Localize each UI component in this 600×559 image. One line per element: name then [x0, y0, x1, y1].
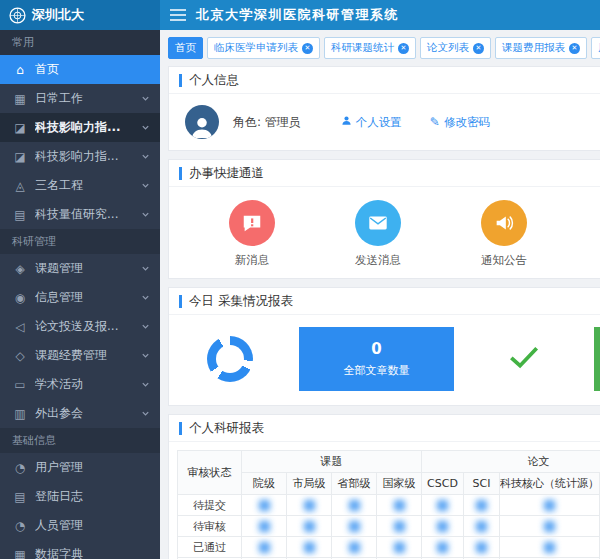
sidebar-item-sanming-project[interactable]: ◬三名工程 — [0, 171, 160, 200]
sidebar-item-topic-mgmt[interactable]: ◈课题管理 — [0, 254, 160, 283]
sidebar-item-label: 信息管理 — [35, 289, 133, 306]
chevron-down-icon — [141, 351, 150, 360]
info-icon: ◉ — [13, 291, 27, 305]
brand-label: 深圳北大 — [32, 6, 84, 24]
sidebar-item-personnel-mgmt[interactable]: ◔人员管理 — [0, 511, 160, 540]
close-icon[interactable]: ✕ — [473, 43, 484, 54]
close-icon[interactable]: ✕ — [398, 43, 409, 54]
quick-action-notice[interactable]: 通知公告 — [481, 200, 527, 268]
quick-action-label: 通知公告 — [481, 253, 527, 268]
sidebar-item-label: 日常工作 — [35, 90, 133, 107]
sidebar-item-tech-value[interactable]: ▤科技量值研究... — [0, 200, 160, 229]
impact-icon: ◪ — [13, 121, 27, 135]
blurred-value — [544, 500, 555, 511]
row-label: 待审核 — [178, 516, 242, 537]
sidebar-item-home[interactable]: ⌂首页 — [0, 55, 160, 84]
sidebar-item-label: 课题管理 — [35, 260, 133, 277]
panel-header: 个人科研报表 — [169, 415, 600, 442]
blurred-value — [259, 521, 270, 532]
all-articles-stat: 0 全部文章数量 — [299, 327, 454, 391]
sidebar-item-label: 登陆日志 — [35, 488, 150, 505]
table-cell — [287, 537, 332, 558]
table-cell — [377, 516, 422, 537]
close-icon[interactable]: ✕ — [302, 43, 313, 54]
blurred-value — [259, 500, 270, 511]
column-header: SCI — [464, 473, 500, 495]
chevron-down-icon — [141, 264, 150, 273]
table-cell — [500, 537, 600, 558]
column-header-status: 审核状态 — [178, 451, 242, 495]
sidebar-item-daily-work[interactable]: ▦日常工作 — [0, 84, 160, 113]
table-cell — [464, 495, 500, 516]
metric-icon: ▤ — [13, 208, 27, 222]
column-header: 院级 — [242, 473, 287, 495]
sidebar-item-label: 科技影响力指... — [35, 119, 133, 136]
chevron-down-icon — [141, 322, 150, 331]
message-icon — [229, 200, 275, 246]
tab-paper-list[interactable]: 论文列表✕ — [420, 37, 491, 59]
change-password-link[interactable]: ✎ 修改密码 — [430, 115, 490, 130]
sidebar-section-label: 常用 — [0, 30, 160, 55]
collection-report-panel: 今日 采集情况报表 0 全部文章数量 — [168, 287, 600, 406]
table-cell — [500, 516, 600, 537]
table-row: 待审核 — [178, 516, 600, 537]
sidebar-item-user-mgmt[interactable]: ◔用户管理 — [0, 453, 160, 482]
tab-user-list[interactable]: 用户列表✕ — [591, 37, 600, 59]
stat-label: 全部文章数量 — [344, 363, 410, 378]
sidebar-item-label: 课题经费管理 — [35, 347, 133, 364]
impact-icon: ◪ — [13, 150, 27, 164]
table-cell — [422, 516, 464, 537]
sidebar-item-academic-activity[interactable]: ▭学术活动 — [0, 370, 160, 399]
sidebar-item-data-dict[interactable]: ▦数据字典 — [0, 540, 160, 559]
sidebar-item-label: 数据字典 — [35, 546, 150, 559]
pencil-icon: ✎ — [430, 115, 440, 129]
close-icon[interactable]: ✕ — [569, 43, 580, 54]
accent-bar — [179, 167, 182, 180]
table-cell — [242, 495, 287, 516]
column-header: 国家级 — [377, 473, 422, 495]
avatar — [185, 105, 219, 139]
accent-bar — [179, 74, 182, 87]
sidebar-item-info-mgmt[interactable]: ◉信息管理 — [0, 283, 160, 312]
table-cell — [464, 516, 500, 537]
sidebar-item-topic-funds[interactable]: ◇课题经费管理 — [0, 341, 160, 370]
table-cell — [242, 537, 287, 558]
tab-topic-fee-report[interactable]: 课题费用报表✕ — [495, 37, 587, 59]
quick-action-new-message[interactable]: 新消息 — [229, 200, 275, 268]
sidebar-item-label: 科技量值研究... — [35, 206, 133, 223]
accent-bar — [179, 422, 182, 435]
loading-spinner-icon — [207, 336, 253, 382]
table-cell — [377, 495, 422, 516]
quick-action-label: 新消息 — [235, 253, 270, 268]
table-cell — [332, 516, 377, 537]
topic-icon: ◈ — [13, 262, 27, 276]
blurred-value — [304, 521, 315, 532]
tab-home[interactable]: 首页 — [168, 37, 203, 59]
quick-action-label: 发送消息 — [355, 253, 401, 268]
sidebar-item-tech-impact-2[interactable]: ◪科技影响力指... — [0, 142, 160, 171]
panel-title: 今日 采集情况报表 — [189, 293, 293, 310]
check-stat — [454, 327, 594, 391]
tab-clinical-apply-list[interactable]: 临床医学申请列表✕ — [207, 37, 320, 59]
table-cell — [287, 495, 332, 516]
panel-title: 办事快捷通道 — [189, 165, 264, 182]
sidebar-item-paper-submit[interactable]: ◁论文投送及报... — [0, 312, 160, 341]
panel-title: 个人科研报表 — [189, 420, 264, 437]
sidebar-section-label: 科研管理 — [0, 229, 160, 254]
table-cell — [464, 537, 500, 558]
people-icon: ◔ — [13, 519, 27, 533]
sidebar-item-login-log[interactable]: ▤登陆日志 — [0, 482, 160, 511]
tab-research-topic-stats[interactable]: 科研课题统计✕ — [324, 37, 416, 59]
sidebar-item-outgoing-meeting[interactable]: ▥外出参会 — [0, 399, 160, 428]
log-icon: ▤ — [13, 490, 27, 504]
quick-action-send-message[interactable]: 发送消息 — [355, 200, 401, 268]
blurred-value — [544, 542, 555, 553]
column-group-header: 课题 — [242, 451, 422, 473]
role-label: 角色: 管理员 — [233, 114, 301, 131]
menu-toggle-button[interactable] — [160, 0, 196, 30]
sidebar-item-tech-impact-1[interactable]: ◪科技影响力指... — [0, 113, 160, 142]
sidebar-section-label: 基础信息 — [0, 428, 160, 453]
table-cell — [332, 537, 377, 558]
blurred-value — [394, 500, 405, 511]
personal-settings-link[interactable]: 个人设置 — [341, 115, 402, 130]
